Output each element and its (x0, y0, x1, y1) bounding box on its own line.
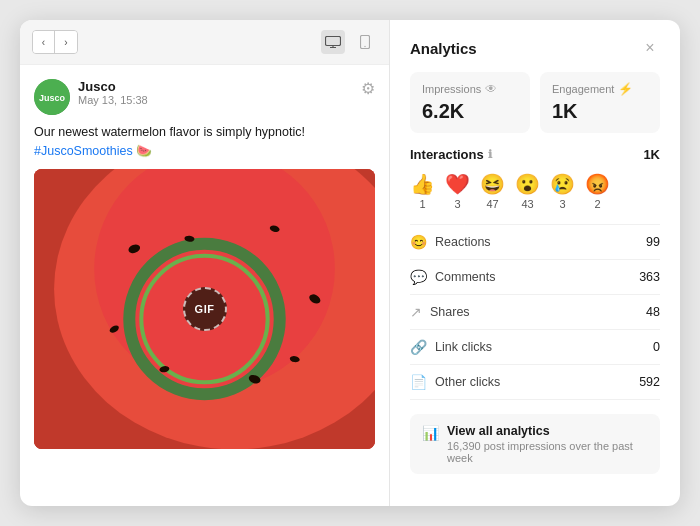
emoji-count: 1 (419, 198, 425, 210)
emoji-icon: 👍 (410, 172, 435, 196)
post-header: Jusco Jusco May 13, 15:38 ⚙ (34, 79, 375, 115)
impressions-label: Impressions 👁 (422, 82, 518, 96)
right-panel: Analytics × Impressions 👁 6.2K Engagemen… (390, 20, 680, 506)
main-window: ‹ › (20, 20, 680, 506)
post-author: Jusco (78, 79, 361, 94)
emoji-item: ❤️3 (445, 172, 470, 210)
view-analytics-title: View all analytics (447, 424, 648, 438)
emoji-count: 2 (594, 198, 600, 210)
info-icon: ℹ (488, 148, 492, 161)
eye-icon: 👁 (485, 82, 497, 96)
interactions-count: 1K (643, 147, 660, 162)
emoji-icon: 😆 (480, 172, 505, 196)
emoji-item: 😢3 (550, 172, 575, 210)
emoji-item: 😆47 (480, 172, 505, 210)
emoji-row: 👍1❤️3😆47😮43😢3😡2 (410, 172, 660, 210)
stat-left: 😊 Reactions (410, 234, 491, 250)
view-analytics-subtitle: 16,390 post impressions over the past we… (447, 440, 648, 464)
stat-row: 🔗 Link clicks 0 (410, 330, 660, 365)
stat-value: 592 (639, 375, 660, 389)
svg-point-4 (364, 46, 365, 47)
emoji-icon: 😡 (585, 172, 610, 196)
stat-left: 💬 Comments (410, 269, 495, 285)
mobile-view-button[interactable] (353, 30, 377, 54)
stat-icon: 📄 (410, 374, 427, 390)
desktop-view-button[interactable] (321, 30, 345, 54)
lightning-icon: ⚡ (618, 82, 633, 96)
emoji-icon: 😢 (550, 172, 575, 196)
stat-row: ↗ Shares 48 (410, 295, 660, 330)
stat-label: Shares (430, 305, 470, 319)
stat-row: 💬 Comments 363 (410, 260, 660, 295)
stat-list: 😊 Reactions 99 💬 Comments 363 ↗ Shares 4… (410, 224, 660, 400)
metrics-row: Impressions 👁 6.2K Engagement ⚡ 1K (410, 72, 660, 133)
impressions-value: 6.2K (422, 100, 518, 123)
stat-value: 0 (653, 340, 660, 354)
interactions-label: Interactions ℹ (410, 147, 492, 162)
impressions-card: Impressions 👁 6.2K (410, 72, 530, 133)
post-text: Our newest watermelon flavor is simply h… (34, 123, 375, 161)
post-date: May 13, 15:38 (78, 94, 361, 106)
post-meta: Jusco May 13, 15:38 (78, 79, 361, 106)
emoji-count: 3 (454, 198, 460, 210)
stat-label: Reactions (435, 235, 491, 249)
emoji-icon: 😮 (515, 172, 540, 196)
stat-row: 📄 Other clicks 592 (410, 365, 660, 400)
post-body: Our newest watermelon flavor is simply h… (34, 125, 305, 139)
stat-icon: 💬 (410, 269, 427, 285)
emoji-count: 3 (559, 198, 565, 210)
stat-value: 48 (646, 305, 660, 319)
forward-button[interactable]: › (55, 31, 77, 53)
stat-value: 363 (639, 270, 660, 284)
stat-label: Link clicks (435, 340, 492, 354)
emoji-item: 😡2 (585, 172, 610, 210)
post-image: GIF (34, 169, 375, 449)
stat-icon: 🔗 (410, 339, 427, 355)
nav-bar: ‹ › (20, 20, 389, 65)
close-button[interactable]: × (640, 38, 660, 58)
stat-icon: 😊 (410, 234, 427, 250)
emoji-count: 43 (521, 198, 533, 210)
avatar: Jusco (34, 79, 70, 115)
avatar-inner: Jusco (34, 79, 70, 115)
post-hashtag[interactable]: #JuscoSmoothies 🍉 (34, 144, 152, 158)
engagement-card: Engagement ⚡ 1K (540, 72, 660, 133)
left-panel: ‹ › (20, 20, 390, 506)
svg-rect-0 (326, 37, 341, 46)
post-options-button[interactable]: ⚙ (361, 79, 375, 98)
stat-icon: ↗ (410, 304, 422, 320)
engagement-value: 1K (552, 100, 648, 123)
stat-left: ↗ Shares (410, 304, 470, 320)
view-all-analytics-button[interactable]: 📊 View all analytics 16,390 post impress… (410, 414, 660, 474)
post-container: Jusco Jusco May 13, 15:38 ⚙ Our newest w… (20, 65, 389, 506)
interactions-header: Interactions ℹ 1K (410, 147, 660, 162)
nav-icons (321, 30, 377, 54)
gif-badge: GIF (183, 287, 227, 331)
svg-text:Jusco: Jusco (39, 93, 66, 103)
back-button[interactable]: ‹ (33, 31, 55, 53)
emoji-item: 😮43 (515, 172, 540, 210)
emoji-item: 👍1 (410, 172, 435, 210)
nav-btn-group: ‹ › (32, 30, 78, 54)
stat-row: 😊 Reactions 99 (410, 225, 660, 260)
stat-label: Other clicks (435, 375, 500, 389)
analytics-title: Analytics (410, 40, 477, 57)
stat-label: Comments (435, 270, 495, 284)
stat-left: 🔗 Link clicks (410, 339, 492, 355)
emoji-count: 47 (486, 198, 498, 210)
stat-value: 99 (646, 235, 660, 249)
emoji-icon: ❤️ (445, 172, 470, 196)
stat-left: 📄 Other clicks (410, 374, 500, 390)
watermelon-background: GIF (34, 169, 375, 449)
analytics-header: Analytics × (410, 38, 660, 58)
engagement-label: Engagement ⚡ (552, 82, 648, 96)
chart-icon: 📊 (422, 425, 439, 441)
